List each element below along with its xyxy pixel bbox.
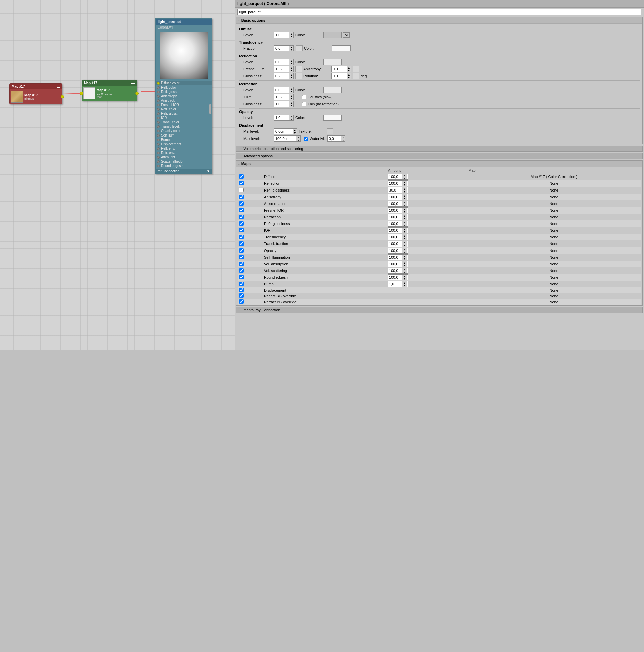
- translucency-color-swatch[interactable]: [332, 45, 350, 51]
- advanced-section-btn[interactable]: + Advanced options: [236, 153, 643, 159]
- map-amount-spinner-10[interactable]: ▲▼: [388, 241, 408, 247]
- water-level-down[interactable]: ▼: [341, 138, 345, 141]
- corona-footer-bar[interactable]: mr Connection ▼: [156, 169, 212, 174]
- connector-refl-gloss[interactable]: Refl. gloss.: [156, 89, 212, 94]
- opacity-level-input[interactable]: [274, 115, 290, 120]
- corona-node[interactable]: light_parquet — CoronaMtl Diffuse color …: [155, 19, 212, 174]
- connector-refr-color[interactable]: Refr. color: [156, 107, 212, 111]
- map-checkbox-6[interactable]: [239, 215, 243, 219]
- map-checkbox-1[interactable]: [239, 181, 243, 186]
- map-checkbox-17[interactable]: [239, 288, 243, 292]
- connector-refr-env[interactable]: Refr. env.: [156, 151, 212, 155]
- water-level-input[interactable]: [328, 136, 341, 141]
- corona-scrollbar[interactable]: [209, 104, 211, 114]
- refr-ior-spinner[interactable]: ▲ ▼: [274, 94, 294, 100]
- refl-level-spinner[interactable]: ▲ ▼: [274, 59, 294, 65]
- water-checkbox[interactable]: [304, 136, 308, 141]
- map-amount-spinner-8[interactable]: ▲▼: [388, 227, 408, 234]
- map-amount-input-15[interactable]: [388, 275, 402, 280]
- opacity-level-spinner[interactable]: ▲ ▼: [274, 115, 294, 121]
- map-amount-input-9[interactable]: [388, 235, 402, 240]
- bitmap-output-socket[interactable]: [61, 95, 64, 98]
- map-checkbox-16[interactable]: [239, 282, 243, 286]
- map-amount-spinner-4[interactable]: ▲▼: [388, 200, 408, 207]
- connector-scatter-albedo[interactable]: Scatter albedo: [156, 159, 212, 164]
- water-level-up[interactable]: ▲: [341, 136, 345, 138]
- diffuse-color-swatch[interactable]: [323, 32, 342, 38]
- rotation-down[interactable]: ▼: [347, 76, 351, 79]
- connector-anisotropy[interactable]: Anisotropy: [156, 94, 212, 98]
- map-amount-spinner-11[interactable]: ▲▼: [388, 247, 408, 253]
- map-checkbox-2[interactable]: [239, 188, 243, 192]
- connector-displacement[interactable]: Displacement: [156, 142, 212, 146]
- refr-level-input[interactable]: [274, 87, 290, 92]
- refr-ior-input[interactable]: [274, 94, 290, 99]
- opacity-color-socket[interactable]: [157, 130, 160, 133]
- diffuse-level-down[interactable]: ▼: [290, 35, 294, 37]
- map-amount-input-16[interactable]: [388, 282, 402, 287]
- refr-color-socket[interactable]: [157, 108, 160, 111]
- node-colorcor[interactable]: Map #17 ▬ Map #17 Color Cor... Map: [81, 80, 137, 101]
- fresnel-socket[interactable]: [157, 104, 160, 106]
- refl-gloss-up[interactable]: ▲: [290, 74, 294, 76]
- map-checkbox-5[interactable]: [239, 208, 243, 212]
- map-checkbox-19[interactable]: [239, 299, 243, 303]
- map-checkbox-15[interactable]: [239, 275, 243, 279]
- self-illum-socket[interactable]: [157, 134, 160, 137]
- opacity-level-up[interactable]: ▲: [290, 115, 294, 118]
- refr-gloss-spinner[interactable]: ▲ ▼: [274, 101, 294, 107]
- map-amount-input-14[interactable]: [388, 268, 402, 273]
- transl-level-socket[interactable]: [157, 126, 160, 128]
- connector-self-illum[interactable]: Self illum.: [156, 133, 212, 137]
- refl-color-socket[interactable]: [157, 86, 160, 89]
- map-amount-spinner-5[interactable]: ▲▼: [388, 207, 408, 213]
- colorcor-input-socket[interactable]: [80, 91, 83, 95]
- displacement-min-input[interactable]: [274, 129, 293, 134]
- opacity-color-swatch[interactable]: [323, 115, 342, 121]
- connector-refl-color[interactable]: Refl. color: [156, 85, 212, 89]
- refl-level-down[interactable]: ▼: [290, 62, 294, 65]
- map-amount-spinner-13[interactable]: ▲▼: [388, 261, 408, 267]
- translucency-fraction-down[interactable]: ▼: [290, 48, 294, 51]
- connector-bump[interactable]: Bump: [156, 137, 212, 142]
- map-amount-input-0[interactable]: [388, 174, 402, 179]
- displacement-min-spinner[interactable]: ▲ ▼: [274, 129, 297, 135]
- volumetric-section-btn[interactable]: + Volumetric absorption and scattering: [236, 145, 643, 152]
- translucency-fraction-input[interactable]: [274, 46, 290, 51]
- diffuse-m-button[interactable]: M: [343, 32, 349, 37]
- refl-level-input[interactable]: [274, 60, 290, 64]
- refr-gloss-input[interactable]: [274, 102, 290, 106]
- connector-refl-env[interactable]: Refl. env.: [156, 146, 212, 151]
- map-amount-input-1[interactable]: [388, 181, 402, 186]
- colorcor-output-socket[interactable]: [135, 91, 138, 95]
- map-checkbox-18[interactable]: [239, 294, 243, 298]
- opacity-level-down[interactable]: ▼: [290, 118, 294, 120]
- rotation-up[interactable]: ▲: [347, 74, 351, 76]
- map-amount-input-3[interactable]: [388, 194, 402, 199]
- map-amount-spinner-12[interactable]: ▲▼: [388, 254, 408, 260]
- refr-level-down[interactable]: ▼: [290, 90, 294, 92]
- mental-ray-section-btn[interactable]: + mental ray Connection: [236, 307, 643, 313]
- diffuse-level-up[interactable]: ▲: [290, 32, 294, 35]
- map-checkbox-7[interactable]: [239, 221, 243, 226]
- map-amount-spinner-1[interactable]: ▲▼: [388, 181, 408, 187]
- displacement-max-down[interactable]: ▼: [296, 138, 300, 141]
- map-amount-spinner-9[interactable]: ▲▼: [388, 234, 408, 240]
- refl-level-up[interactable]: ▲: [290, 59, 294, 62]
- anisotropy-up[interactable]: ▲: [347, 66, 351, 69]
- map-checkbox-10[interactable]: [239, 242, 243, 246]
- transl-color-socket[interactable]: [157, 121, 160, 124]
- map-checkbox-0[interactable]: [239, 174, 243, 179]
- map-amount-input-5[interactable]: [388, 208, 402, 213]
- node-bitmap[interactable]: Map #17 ▬ Map #17 Bitmap: [9, 83, 62, 104]
- fresnel-ior-input[interactable]: [274, 67, 290, 72]
- displacement-max-spinner[interactable]: ▲ ▼: [274, 136, 300, 141]
- map-amount-input-8[interactable]: [388, 228, 402, 233]
- connector-refr-gloss[interactable]: Refr. gloss.: [156, 111, 212, 116]
- fresnel-ior-up[interactable]: ▲: [290, 66, 294, 69]
- map-amount-spinner-6[interactable]: ▲▼: [388, 214, 408, 220]
- translucency-fraction-up[interactable]: ▲: [290, 46, 294, 48]
- atten-tint-socket[interactable]: [157, 156, 160, 159]
- map-checkbox-14[interactable]: [239, 268, 243, 273]
- connector-transl-level[interactable]: Transl. level.: [156, 125, 212, 129]
